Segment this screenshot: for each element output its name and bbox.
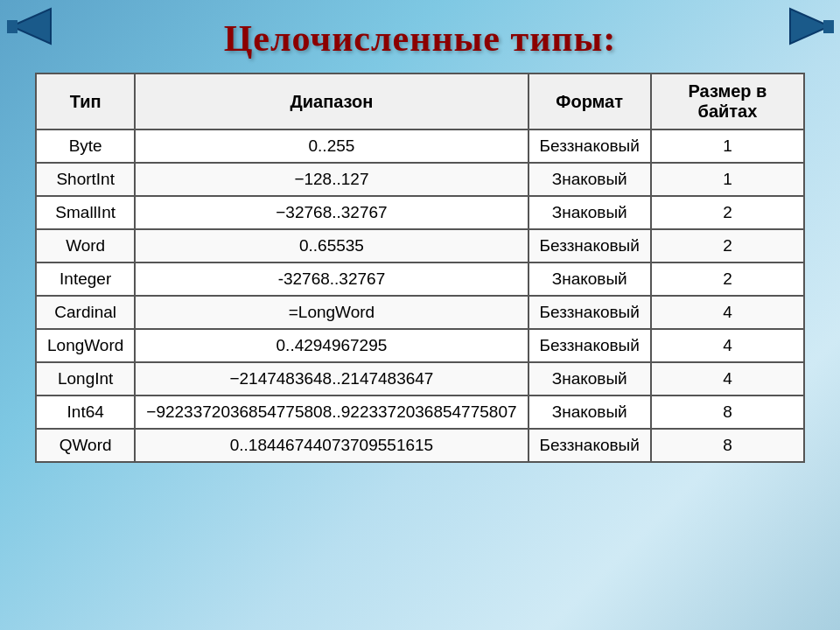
table-cell-8-3: 8 <box>651 396 804 429</box>
table-cell-9-1: 0..1844674407370955161​5 <box>135 429 528 462</box>
col-header-type: Тип <box>36 74 135 130</box>
table-cell-6-2: Беззнаковый <box>528 329 651 362</box>
table-cell-7-2: Знаковый <box>528 362 651 396</box>
table-row: QWord0..1844674407370955161​5Беззнаковый… <box>36 429 804 462</box>
table-cell-7-1: −2147483648..2147483647 <box>135 362 528 396</box>
table-row: Integer-32768..32767Знаковый2 <box>36 262 804 296</box>
svg-rect-3 <box>823 20 834 33</box>
table-cell-0-3: 1 <box>651 130 804 163</box>
table-cell-9-2: Беззнаковый <box>528 429 651 462</box>
table-cell-6-0: LongWord <box>36 329 135 362</box>
table-cell-4-0: Integer <box>36 262 135 296</box>
table-cell-4-1: -32768..32767 <box>135 262 528 296</box>
table-cell-0-0: Byte <box>36 130 135 163</box>
table-row: Cardinal=LongWordБеззнаковый4 <box>36 296 804 329</box>
table-row: LongWord0..4294967295Беззнаковый4 <box>36 329 804 362</box>
col-header-size: Размер в байтах <box>651 74 804 130</box>
table-cell-5-0: Cardinal <box>36 296 135 329</box>
table-cell-0-2: Беззнаковый <box>528 130 651 163</box>
data-table: Тип Диапазон Формат Размер в байтах Byte… <box>35 73 805 463</box>
table-cell-8-0: Int64 <box>36 396 135 429</box>
next-arrow[interactable] <box>783 4 836 48</box>
table-cell-6-1: 0..4294967295 <box>135 329 528 362</box>
page-title: Целочисленные типы: <box>0 9 840 73</box>
table-row: Word0..65535Беззнаковый2 <box>36 229 804 262</box>
table-cell-4-2: Знаковый <box>528 262 651 296</box>
table-cell-7-0: LongInt <box>36 362 135 396</box>
table-cell-2-0: SmallInt <box>36 196 135 229</box>
table-cell-1-0: ShortInt <box>36 163 135 196</box>
col-header-format: Формат <box>528 74 651 130</box>
table-cell-8-1: −9223372036854775808..922337203685477580… <box>135 396 528 429</box>
table-row: LongInt−2147483648..2147483647Знаковый4 <box>36 362 804 396</box>
table-cell-8-2: Знаковый <box>528 396 651 429</box>
table-cell-7-3: 4 <box>651 362 804 396</box>
table-row: ShortInt−128..127Знаковый1 <box>36 163 804 196</box>
table-cell-1-2: Знаковый <box>528 163 651 196</box>
table-row: Byte0..255Беззнаковый1 <box>36 130 804 163</box>
table-cell-2-2: Знаковый <box>528 196 651 229</box>
table-cell-1-1: −128..127 <box>135 163 528 196</box>
table-cell-3-3: 2 <box>651 229 804 262</box>
table-cell-3-1: 0..65535 <box>135 229 528 262</box>
table-cell-0-1: 0..255 <box>135 130 528 163</box>
table-cell-1-3: 1 <box>651 163 804 196</box>
table-cell-9-3: 8 <box>651 429 804 462</box>
table-cell-5-1: =LongWord <box>135 296 528 329</box>
table-cell-2-3: 2 <box>651 196 804 229</box>
table-cell-6-3: 4 <box>651 329 804 362</box>
table-row: Int64−9223372036854775808..9223372036854… <box>36 396 804 429</box>
table-row: SmallInt−32768..32767Знаковый2 <box>36 196 804 229</box>
table-cell-5-3: 4 <box>651 296 804 329</box>
table-cell-5-2: Беззнаковый <box>528 296 651 329</box>
table-cell-4-3: 2 <box>651 262 804 296</box>
table-cell-9-0: QWord <box>36 429 135 462</box>
table-cell-3-2: Беззнаковый <box>528 229 651 262</box>
table-cell-3-0: Word <box>36 229 135 262</box>
svg-rect-1 <box>7 20 18 33</box>
col-header-range: Диапазон <box>135 74 528 130</box>
prev-arrow[interactable] <box>4 4 57 48</box>
table-cell-2-1: −32768..32767 <box>135 196 528 229</box>
